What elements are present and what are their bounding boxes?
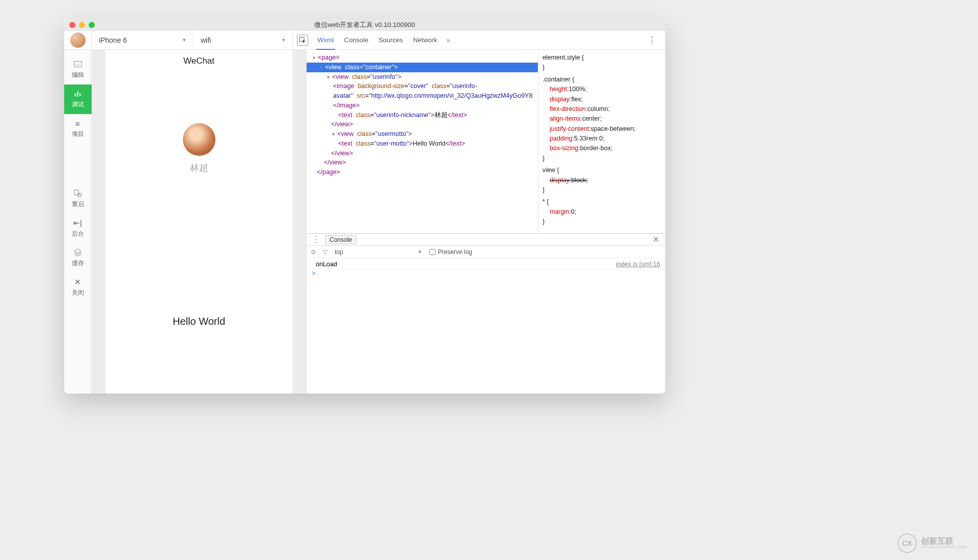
console-line: onLoad index.js [sm]:16	[307, 259, 665, 270]
console-output[interactable]: onLoad index.js [sm]:16 >	[307, 258, 665, 394]
svg-text:‹›: ‹›	[76, 63, 79, 67]
watermark-cn: 创新互联	[921, 537, 967, 546]
user-motto: Hello World	[173, 316, 225, 327]
background-icon: ⇤|	[73, 219, 83, 227]
avatar-icon	[70, 33, 86, 48]
maximize-window-icon[interactable]	[89, 22, 95, 28]
minimize-window-icon[interactable]	[79, 22, 85, 28]
console-menu-icon[interactable]: ⋮	[310, 235, 322, 244]
watermark-badge-icon: CX	[898, 534, 917, 553]
sidenav-item-close[interactable]: ✕ 关闭	[64, 273, 92, 302]
console-message: onLoad	[316, 259, 337, 269]
devtools-more-tabs[interactable]: »	[443, 36, 455, 44]
network-selector[interactable]: wifi ▾	[194, 31, 293, 49]
watermark: CX 创新互联 CHUANG XINHU LIAN	[898, 534, 967, 553]
style-selector: view {	[542, 165, 661, 175]
sidenav-item-back[interactable]: ⇤| 后台	[64, 214, 92, 243]
device-selector[interactable]: iPhone 6 ▾	[92, 31, 194, 49]
devtools-upper: ▼<page> ▼<view class="container"> ▼<view…	[307, 50, 665, 233]
sidenav-item-project[interactable]: ≡ 项目	[64, 114, 92, 144]
devtools-menu-button[interactable]: ⋮	[643, 35, 661, 45]
style-selector: element.style {	[542, 53, 661, 63]
devtools-tab-console[interactable]: Console	[339, 31, 374, 50]
network-selector-value: wifi	[201, 36, 211, 44]
close-window-icon[interactable]	[69, 22, 75, 28]
preserve-log-input[interactable]	[429, 249, 436, 255]
sidenav-label: 项目	[72, 130, 84, 138]
toolbar: iPhone 6 ▾ wifi ▾ Wxml Console Sources N…	[64, 31, 665, 50]
titlebar: 微信web开发者工具 v0.10.100900	[64, 19, 665, 31]
devtools-tab-sources[interactable]: Sources	[373, 31, 408, 50]
userinfo-block: 林超	[183, 123, 215, 174]
window-title: 微信web开发者工具 v0.10.100900	[314, 20, 415, 30]
main-body: ‹› 编辑 ‹/› 调试 ≡ 项目 重启 ⇤| 后台 缓存	[64, 50, 665, 394]
devtools-tab-wxml[interactable]: Wxml	[312, 31, 339, 50]
layers-icon	[73, 248, 83, 257]
devtools-pane: ▼<page> ▼<view class="container"> ▼<view…	[306, 50, 665, 394]
devtools-tab-network[interactable]: Network	[408, 31, 443, 50]
sidenav-label: 后台	[72, 230, 84, 238]
console-header: ⋮ Console ✕	[307, 234, 665, 246]
clear-console-icon[interactable]: ⊘	[311, 248, 316, 256]
menu-icon: ≡	[73, 119, 83, 127]
sidenav-label: 缓存	[72, 259, 84, 268]
console-filter-bar: ⊘ ▽ top ▼ Preserve log	[307, 246, 665, 258]
phone-header: WeChat	[105, 50, 292, 72]
sidenav-item-restart[interactable]: 重启	[64, 184, 92, 214]
code-icon: ‹›	[73, 60, 83, 68]
wxml-tree[interactable]: ▼<page> ▼<view class="container"> ▼<view…	[307, 50, 538, 233]
console-panel: ⋮ Console ✕ ⊘ ▽ top ▼ Preserve log	[307, 233, 665, 394]
sidenav-label: 关闭	[72, 289, 84, 297]
style-selector: .container {	[542, 75, 661, 85]
style-selector: * {	[542, 197, 661, 207]
sidenav-item-edit[interactable]: ‹› 编辑	[64, 55, 92, 85]
debug-icon: ‹/›	[73, 90, 83, 98]
chevron-down-icon: ▼	[418, 249, 422, 255]
console-close-button[interactable]: ✕	[649, 235, 662, 244]
app-window: 微信web开发者工具 v0.10.100900 iPhone 6 ▾ wifi …	[64, 19, 665, 394]
phone-body: 林超 Hello World	[105, 72, 292, 394]
sidenav-item-cache[interactable]: 缓存	[64, 243, 92, 273]
styles-pane[interactable]: element.style { } .container { height:10…	[538, 50, 665, 233]
preserve-log-checkbox[interactable]: Preserve log	[429, 248, 472, 256]
console-prompt[interactable]: >	[307, 270, 665, 277]
filter-icon[interactable]: ▽	[323, 248, 328, 256]
phone-frame: WeChat 林超 Hello World	[105, 50, 292, 394]
sidenav-item-debug[interactable]: ‹/› 调试	[64, 85, 92, 114]
user-avatar-icon[interactable]	[183, 123, 215, 156]
restart-icon	[73, 189, 83, 198]
window-controls	[69, 22, 95, 28]
user-nickname: 林超	[190, 162, 208, 174]
sidenav-label: 重启	[72, 200, 84, 209]
devtools-tabstrip: Wxml Console Sources Network » ⋮	[293, 31, 665, 49]
element-picker-button[interactable]	[297, 35, 308, 46]
device-selector-value: iPhone 6	[99, 36, 127, 44]
user-avatar-slot[interactable]	[64, 31, 92, 49]
watermark-en: CHUANG XINHU LIAN	[921, 545, 967, 550]
sidenav-label: 编辑	[72, 71, 84, 79]
simulator-pane: WeChat 林超 Hello World	[92, 50, 306, 394]
execution-context-selector[interactable]: top ▼	[335, 248, 422, 256]
console-source-link[interactable]: index.js [sm]:16	[616, 259, 660, 269]
close-icon: ✕	[73, 278, 83, 286]
chevron-down-icon: ▾	[183, 37, 186, 43]
sidenav: ‹› 编辑 ‹/› 调试 ≡ 项目 重启 ⇤| 后台 缓存	[64, 50, 92, 394]
console-subtab[interactable]: Console	[325, 235, 357, 244]
sidenav-label: 调试	[72, 100, 84, 109]
chevron-down-icon: ▾	[282, 37, 285, 43]
